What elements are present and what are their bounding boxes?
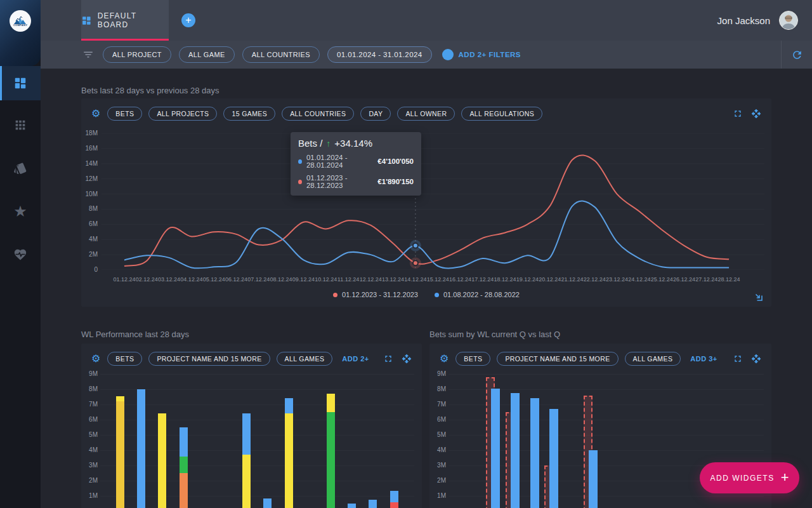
company-logo[interactable]: COMPANY xyxy=(10,10,31,32)
widget-filter-chip[interactable]: ALL REGULATIONS xyxy=(461,107,542,121)
bar-segment-red xyxy=(390,502,398,508)
widget-filter-chip[interactable]: ALL PROJECTS xyxy=(148,107,217,121)
legend-label: 01.12.2023 - 31.12.2023 xyxy=(342,291,418,298)
series-dot xyxy=(298,180,302,184)
plus-icon: + xyxy=(185,15,191,25)
y-tick-label: 0 xyxy=(81,266,98,273)
avatar[interactable] xyxy=(779,11,798,30)
gear-icon[interactable]: ⚙ xyxy=(91,109,100,119)
add-filters-button[interactable]: + ADD 2+ FILTERS xyxy=(442,49,521,60)
gridline xyxy=(100,481,414,481)
y-tick-label: 7M xyxy=(81,401,98,408)
y-tick-label: 3M xyxy=(81,462,98,469)
gridline xyxy=(100,404,414,405)
move-icon[interactable] xyxy=(751,109,761,119)
tab-default-board[interactable]: DEFAULT BOARD xyxy=(81,0,169,41)
plus-icon: + xyxy=(781,471,789,485)
y-tick-label: 4M xyxy=(429,446,446,453)
add-widgets-button[interactable]: ADD WIDGETS + xyxy=(700,462,799,493)
legend-item[interactable]: 01.12.2023 - 31.12.2023 xyxy=(333,291,418,298)
star-icon: ★ xyxy=(13,204,27,219)
gridline xyxy=(100,420,414,420)
y-tick-label: 12M xyxy=(81,175,98,182)
bar-current-quarter xyxy=(589,450,598,508)
dashboard-content: Bets last 28 days vs previous 28 days ⚙ … xyxy=(41,69,812,508)
y-tick-label: 7M xyxy=(429,401,446,408)
y-tick-label: 2M xyxy=(81,477,98,484)
widget-chips: BETSALL PROJECTS15 GAMESALL COUNTRIESDAY… xyxy=(107,107,542,121)
y-tick-label: 1M xyxy=(429,492,446,499)
widget-filter-chip[interactable]: ALL OWNER xyxy=(397,107,455,121)
legend-label: 01.08.2022 - 28.08.2022 xyxy=(443,291,520,298)
resize-handle-icon[interactable] xyxy=(753,291,763,302)
y-tick-label: 2M xyxy=(81,251,98,258)
bar-current-quarter xyxy=(549,409,558,508)
logo-text: COMPANY xyxy=(13,23,27,27)
tooltip-range: 01.01.2024 - 28.01.2024 xyxy=(306,154,373,169)
add-board-button[interactable]: + xyxy=(181,13,195,27)
widget-filter-chip[interactable]: 15 GAMES xyxy=(223,107,275,121)
filter-chip[interactable]: ALL PROJECT xyxy=(103,46,171,63)
widget-filter-chip[interactable]: ALL COUNTRIES xyxy=(282,107,354,121)
bar-segment-blue xyxy=(369,500,377,508)
y-tick-label: 16M xyxy=(81,145,98,152)
bar-segment-blue xyxy=(180,427,188,457)
plus-circle-icon: + xyxy=(442,49,454,60)
sidebar-item-dashboard[interactable] xyxy=(0,66,41,100)
widget-filter-chip[interactable]: BETS xyxy=(107,107,142,121)
fullscreen-icon[interactable] xyxy=(733,109,743,119)
filter-chip[interactable]: ALL GAME xyxy=(179,46,235,63)
gridline xyxy=(100,389,414,390)
gridline xyxy=(100,465,414,466)
widget-filter-chip[interactable]: DAY xyxy=(360,107,391,121)
date-range-chip[interactable]: 01.01.2024 - 31.01.2024 xyxy=(327,46,432,63)
y-tick-label: 10M xyxy=(81,190,98,197)
tooltip-row: 01.12.2023 - 28.12.2023€1'890'150 xyxy=(298,174,414,189)
hover-point xyxy=(413,243,418,248)
tab-label: DEFAULT BOARD xyxy=(98,11,169,29)
gridline xyxy=(100,450,414,451)
chart-tooltip: Bets / ↑ +34.14% 01.01.2024 - 28.01.2024… xyxy=(291,132,421,196)
gridline xyxy=(100,435,414,436)
add-widgets-label: ADD WIDGETS xyxy=(710,474,774,483)
user-menu[interactable]: Jon Jackson xyxy=(717,0,798,41)
sidebar-item-favorites[interactable]: ★ xyxy=(0,194,41,229)
y-tick-label: 1M xyxy=(81,492,98,499)
bar-segment-yellow xyxy=(285,413,293,508)
y-tick-label: 18M xyxy=(81,130,98,137)
user-photo xyxy=(780,11,797,29)
bar-segment-yellow xyxy=(116,396,124,401)
y-tick-label: 8M xyxy=(81,205,98,212)
line-chart xyxy=(102,133,764,270)
sidebar-item-cards[interactable] xyxy=(0,151,41,185)
filter-chips: ALL PROJECTALL GAMEALL COUNTRIES01.01.20… xyxy=(103,46,432,63)
bar-segment-gold xyxy=(116,401,124,508)
y-tick-label: 5M xyxy=(81,431,98,438)
stacked-bar-chart: 9M8M7M6M5M4M3M2M1M xyxy=(81,344,422,508)
filter-chip[interactable]: ALL COUNTRIES xyxy=(242,46,320,63)
y-tick-label: 6M xyxy=(81,416,98,423)
tooltip-range: 01.12.2023 - 28.12.2023 xyxy=(306,174,373,189)
bar-current-quarter xyxy=(530,398,539,508)
tooltip-metric: Bets / xyxy=(298,138,322,149)
mountains-icon xyxy=(13,15,27,24)
bar-segment-yellow xyxy=(242,455,251,508)
y-tick-label: 8M xyxy=(81,385,98,392)
refresh-button[interactable] xyxy=(781,41,812,69)
y-tick-label: 14M xyxy=(81,160,98,167)
y-tick-label: 2M xyxy=(429,477,446,484)
global-filter-bar: ALL PROJECTALL GAMEALL COUNTRIES01.01.20… xyxy=(41,41,812,69)
hover-point xyxy=(413,260,418,265)
bar-segment-blue xyxy=(348,504,356,508)
bar-segment-blue xyxy=(242,413,251,455)
y-tick-label: 5M xyxy=(429,431,446,438)
logo-block: COMPANY xyxy=(0,0,41,66)
bar-segment-orange xyxy=(180,473,188,508)
refresh-icon xyxy=(791,49,803,61)
sidebar-item-health[interactable] xyxy=(0,237,41,272)
filter-icon xyxy=(82,49,94,60)
legend-item[interactable]: 01.08.2022 - 28.08.2022 xyxy=(435,291,520,298)
y-tick-label: 4M xyxy=(81,236,98,243)
bar-segment-blue xyxy=(263,498,272,508)
sidebar-item-reports[interactable] xyxy=(0,108,41,142)
